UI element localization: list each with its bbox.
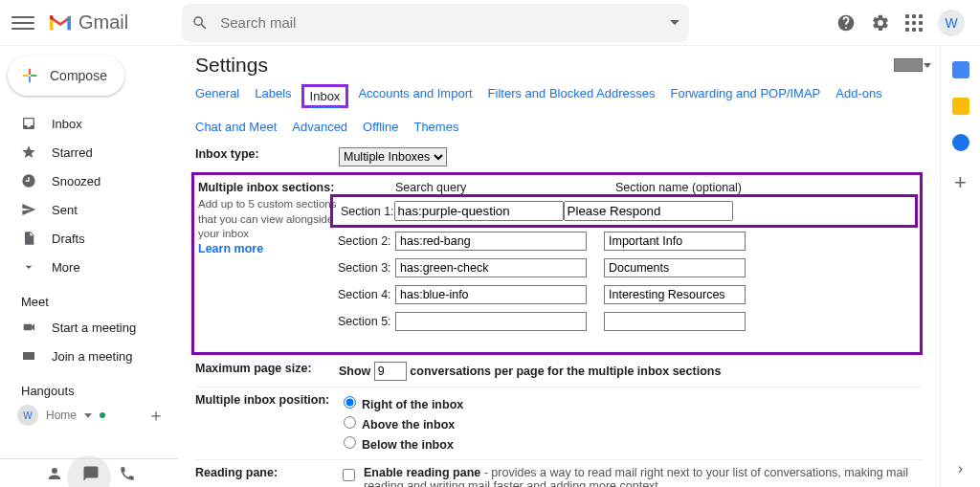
search-icon (191, 14, 209, 32)
section-4-name-input[interactable] (604, 285, 746, 304)
calendar-app-icon[interactable] (952, 61, 969, 78)
search-bar[interactable] (182, 4, 689, 42)
tab-general[interactable]: General (195, 86, 239, 106)
section-5-query-input[interactable] (395, 312, 587, 331)
help-icon[interactable] (836, 13, 856, 33)
pos-above-radio[interactable]: Above the inbox (339, 413, 923, 432)
tab-accounts[interactable]: Accounts and Import (358, 86, 472, 106)
meet-heading: Meet (21, 295, 178, 309)
tab-labels[interactable]: Labels (255, 86, 291, 106)
phone-icon[interactable] (119, 465, 136, 482)
sidebar-item-sent[interactable]: Sent (0, 195, 178, 224)
section-2-name-input[interactable] (604, 232, 746, 251)
gmail-m-icon (48, 13, 73, 33)
tab-filters[interactable]: Filters and Blocked Addresses (488, 86, 656, 106)
col-section-name: Section name (optional) (615, 181, 778, 194)
tab-advanced[interactable]: Advanced (292, 120, 347, 134)
tab-forwarding[interactable]: Forwarding and POP/IMAP (670, 86, 820, 106)
chevron-down-icon (21, 259, 36, 275)
send-icon (21, 202, 36, 217)
section-3-label: Section 3: (338, 261, 395, 275)
sections-label: Multiple inbox sections: (198, 181, 338, 194)
reading-pane-checkbox[interactable] (343, 469, 355, 481)
collapse-panel-icon[interactable]: › (958, 460, 963, 477)
sidebar-item-drafts[interactable]: Drafts (0, 224, 178, 253)
hangouts-add-button[interactable]: ＋ (147, 404, 165, 427)
search-input[interactable] (218, 13, 670, 32)
settings-tabs: General Labels Inbox Accounts and Import… (195, 86, 923, 134)
inbox-type-select[interactable]: Multiple Inboxes (339, 147, 447, 166)
sidebar-item-starred[interactable]: Starred (0, 138, 178, 166)
learn-more-link[interactable]: Learn more (198, 242, 338, 255)
compose-plus-icon (19, 65, 40, 86)
menu-icon[interactable] (11, 11, 34, 34)
tasks-app-icon[interactable] (952, 134, 969, 151)
section-1-query-input[interactable] (394, 201, 564, 221)
gmail-logo[interactable]: Gmail (48, 11, 128, 33)
sidebar-item-start-meeting[interactable]: Start a meeting (0, 313, 178, 342)
account-avatar[interactable]: W (938, 10, 965, 36)
pos-right-radio[interactable]: Right of the inbox (339, 393, 923, 411)
section-1-name-input[interactable] (564, 201, 733, 221)
apps-grid-icon[interactable] (905, 14, 923, 32)
tab-chat[interactable]: Chat and Meet (195, 120, 277, 134)
section-4-label: Section 4: (338, 288, 395, 301)
search-options-caret-icon[interactable] (670, 20, 679, 25)
add-app-button[interactable]: + (954, 170, 967, 195)
section-5-name-input[interactable] (604, 312, 746, 331)
sidebar-item-inbox[interactable]: Inbox (0, 109, 178, 138)
file-icon (21, 231, 36, 246)
section-5-label: Section 5: (338, 315, 395, 328)
section-3-query-input[interactable] (395, 258, 587, 277)
video-icon (21, 320, 36, 335)
tab-offline[interactable]: Offline (363, 120, 398, 134)
inbox-icon (21, 116, 36, 131)
presence-dot-icon (100, 412, 105, 418)
section-2-label: Section 2: (338, 234, 395, 248)
hangouts-home-row[interactable]: W Home ＋ (17, 404, 178, 427)
pos-below-radio[interactable]: Below the inbox (339, 433, 923, 452)
col-search-query: Search query (395, 181, 615, 194)
density-toggle[interactable] (894, 58, 923, 72)
page-title: Settings (195, 54, 268, 77)
clock-icon (21, 173, 36, 188)
sidebar-item-more[interactable]: More (0, 253, 178, 281)
position-label: Multiple inbox position: (195, 393, 339, 454)
inbox-type-label: Inbox type: (195, 147, 339, 166)
max-page-label: Maximum page size: (195, 362, 339, 381)
section-4-query-input[interactable] (395, 285, 587, 304)
compose-button[interactable]: Compose (8, 55, 124, 96)
chat-bubble-icon[interactable] (82, 465, 100, 482)
sidebar-item-join-meeting[interactable]: Join a meeting (0, 342, 178, 370)
reading-pane-label: Reading pane: (195, 466, 339, 487)
star-icon (21, 144, 36, 160)
tab-addons[interactable]: Add-ons (835, 86, 881, 106)
max-page-input[interactable] (374, 362, 407, 381)
tab-inbox[interactable]: Inbox (310, 89, 341, 108)
section-1-label: Section 1: (341, 205, 394, 218)
hangouts-avatar: W (17, 405, 38, 426)
keep-app-icon[interactable] (952, 98, 969, 115)
section-3-name-input[interactable] (604, 258, 746, 277)
sidebar-item-snoozed[interactable]: Snoozed (0, 166, 178, 195)
section-2-query-input[interactable] (395, 232, 587, 251)
gear-icon[interactable] (871, 13, 890, 33)
person-icon[interactable] (46, 465, 63, 482)
tab-themes[interactable]: Themes (413, 120, 458, 134)
sections-note: Add up to 5 custom sections that you can… (198, 197, 338, 242)
hangouts-heading: Hangouts (21, 384, 178, 398)
compose-label: Compose (50, 68, 107, 83)
chevron-down-icon (84, 413, 92, 418)
gmail-logo-text: Gmail (78, 11, 128, 33)
keyboard-icon (21, 348, 36, 364)
